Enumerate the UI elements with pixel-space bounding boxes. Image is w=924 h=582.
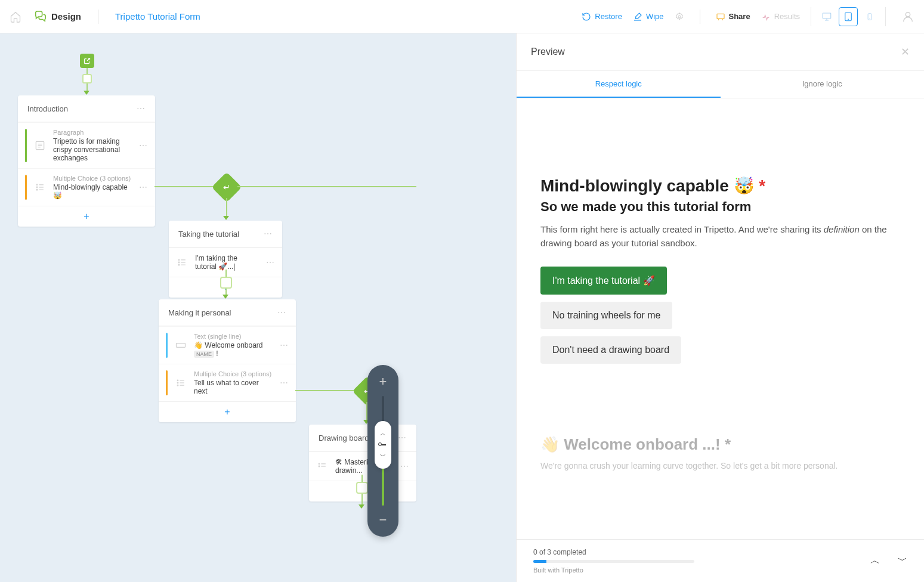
node-header[interactable]: Introduction ⋯	[18, 95, 155, 122]
upcoming-question: 👋 Welcome onboard ...! * We're gonna cru…	[540, 435, 900, 472]
node-header[interactable]: Making it personal ⋯	[159, 299, 296, 326]
progress: 0 of 3 completed Built with Tripetto	[533, 548, 870, 574]
results-icon	[761, 12, 771, 21]
node-header[interactable]: Drawing board ⋯	[309, 425, 416, 451]
node-menu-icon[interactable]: ⋯	[264, 229, 273, 239]
arrow-icon	[222, 295, 228, 299]
svg-rect-15	[177, 343, 186, 348]
wipe-button[interactable]: Wipe	[633, 12, 664, 21]
design-canvas[interactable]: Introduction ⋯ Paragraph Tripetto is for…	[0, 33, 516, 582]
list-icon	[176, 256, 188, 268]
wipe-icon	[633, 12, 642, 21]
results-button[interactable]: Results	[761, 12, 800, 21]
divider	[98, 10, 98, 24]
row-menu-icon[interactable]: ⋯	[139, 182, 148, 192]
svg-point-17	[177, 382, 178, 383]
node-row[interactable]: 🛠 Mastering the drawin... ⋯	[309, 451, 416, 481]
toolbar-right: Restore Wipe Share Results	[582, 7, 914, 26]
add-row-button[interactable]: +	[159, 401, 296, 422]
multichoice-icon	[34, 181, 46, 193]
row-menu-icon[interactable]: ⋯	[139, 141, 148, 150]
start-outline[interactable]	[82, 74, 92, 83]
node-row[interactable]: Paragraph Tripetto is for making crispy …	[18, 122, 155, 168]
zoom-in-button[interactable]: +	[367, 372, 398, 391]
chat-bubble-icon	[33, 10, 47, 23]
progress-bar	[533, 560, 694, 563]
svg-point-18	[177, 385, 178, 386]
row-menu-icon[interactable]: ⋯	[266, 258, 275, 267]
tab-respect-logic[interactable]: Respect logic	[517, 71, 721, 98]
svg-point-12	[178, 259, 180, 261]
node-menu-icon[interactable]: ⋯	[137, 104, 146, 113]
zoom-thumb[interactable]: ︿ ﹀	[375, 421, 391, 469]
zoom-control[interactable]: + ︿ ﹀ −	[367, 365, 398, 537]
choice-option[interactable]: I'm taking the tutorial 🚀	[540, 267, 667, 295]
design-tab[interactable]: Design	[33, 10, 81, 23]
svg-point-10	[36, 187, 38, 188]
question-title: Mind-blowingly capable 🤯 *	[540, 176, 900, 196]
toolbar-left: Design Tripetto Tutorial Form	[10, 10, 200, 24]
text-icon	[175, 339, 187, 351]
svg-rect-2	[823, 13, 831, 18]
svg-rect-1	[717, 14, 724, 18]
node-row[interactable]: Text (single line) 👋 Welcome onboard NAM…	[159, 326, 296, 364]
multichoice-icon	[175, 377, 187, 389]
branch-icon: ↵	[223, 182, 230, 192]
list-icon	[316, 460, 328, 472]
node-menu-icon[interactable]: ⋯	[277, 308, 286, 317]
row-menu-icon[interactable]: ⋯	[280, 340, 289, 350]
preview-footer: 0 of 3 completed Built with Tripetto ︿ ﹀	[517, 539, 924, 582]
svg-point-4	[848, 19, 849, 20]
arrow-icon	[223, 216, 229, 220]
svg-point-9	[36, 184, 38, 185]
node-row[interactable]: Multiple Choice (3 options) Tell us what…	[159, 364, 296, 401]
share-button[interactable]: Share	[716, 12, 750, 21]
add-row-button[interactable]: +	[18, 206, 155, 227]
connector	[226, 198, 227, 217]
home-icon[interactable]	[10, 11, 21, 23]
restore-button[interactable]: Restore	[582, 12, 622, 21]
zoom-track[interactable]: ︿ ﹀	[382, 396, 384, 506]
desktop-device-button[interactable]	[817, 7, 836, 26]
node-introduction[interactable]: Introduction ⋯ Paragraph Tripetto is for…	[18, 95, 155, 227]
choice-list: I'm taking the tutorial 🚀 No training wh…	[540, 267, 900, 370]
choice-option[interactable]: Don't need a drawing board	[540, 336, 681, 364]
row-menu-icon[interactable]: ⋯	[400, 462, 409, 471]
preview-content[interactable]: Mind-blowingly capable 🤯 * So we made yo…	[517, 98, 924, 539]
upcoming-description: We're gonna crush your learning curve to…	[540, 460, 900, 472]
node-header[interactable]: Taking the tutorial ⋯	[169, 221, 282, 247]
mobile-device-button[interactable]	[860, 7, 879, 26]
node-making-personal[interactable]: Making it personal ⋯ Text (single line) …	[159, 299, 296, 422]
svg-point-7	[906, 12, 910, 16]
node-menu-icon[interactable]: ⋯	[398, 433, 407, 442]
preview-header: Preview ✕	[517, 33, 924, 71]
row-menu-icon[interactable]: ⋯	[280, 378, 289, 388]
credit-label: Built with Tripetto	[533, 566, 870, 574]
top-toolbar: Design Tripetto Tutorial Form Restore Wi…	[0, 0, 924, 33]
device-selector	[811, 7, 886, 26]
svg-point-14	[178, 264, 180, 265]
start-node-icon[interactable]	[80, 54, 94, 68]
connector-node[interactable]	[220, 277, 232, 289]
tab-ignore-logic[interactable]: Ignore logic	[721, 71, 925, 98]
node-row[interactable]: Multiple Choice (3 options) Mind-blowing…	[18, 168, 155, 206]
gear-icon[interactable]	[675, 12, 684, 21]
svg-point-6	[870, 18, 870, 19]
next-button[interactable]: ﹀	[898, 555, 907, 567]
question-description: This form right here is actually created…	[540, 223, 900, 250]
close-icon[interactable]: ✕	[901, 45, 910, 58]
connector	[361, 494, 363, 506]
choice-option[interactable]: No training wheels for me	[540, 302, 672, 329]
zoom-out-button[interactable]: −	[367, 510, 398, 530]
svg-point-11	[36, 189, 38, 190]
share-icon	[716, 12, 725, 21]
user-icon[interactable]	[901, 10, 914, 23]
prev-button[interactable]: ︿	[870, 555, 880, 567]
upcoming-title: 👋 Welcome onboard ...! *	[540, 435, 900, 454]
arrow-icon	[84, 91, 89, 95]
connector-node[interactable]	[356, 482, 368, 494]
svg-point-16	[177, 380, 178, 381]
form-name[interactable]: Tripetto Tutorial Form	[115, 11, 200, 21]
question-subtitle: So we made you this tutorial form	[540, 199, 900, 215]
tablet-device-button[interactable]	[839, 7, 858, 26]
